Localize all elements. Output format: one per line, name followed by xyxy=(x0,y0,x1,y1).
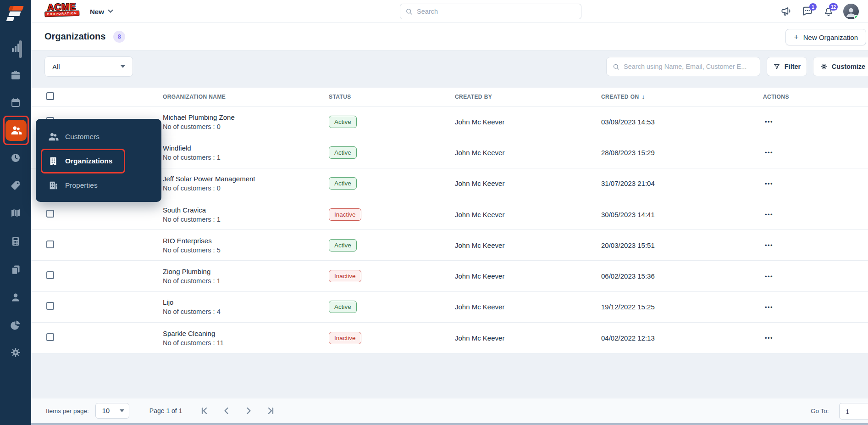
flyout-item-organizations[interactable]: Organizations xyxy=(36,149,161,173)
sidebar-item-customers[interactable] xyxy=(6,120,27,141)
table-row[interactable]: South CravicaNo of customers : 1 Inactiv… xyxy=(31,199,868,230)
chevron-down-icon xyxy=(108,8,113,13)
column-header-status: STATUS xyxy=(329,94,455,100)
last-page-button[interactable] xyxy=(265,406,276,416)
horizontal-scrollbar[interactable] xyxy=(31,423,868,425)
next-page-button[interactable] xyxy=(243,406,254,416)
sidebar-item-users[interactable] xyxy=(7,289,24,306)
search-icon xyxy=(405,7,413,16)
funnel-icon xyxy=(773,63,780,70)
row-checkbox[interactable] xyxy=(46,240,54,248)
global-search xyxy=(400,4,581,19)
search-icon xyxy=(612,63,620,71)
properties-building-icon xyxy=(48,180,58,190)
previous-page-button[interactable] xyxy=(221,406,232,416)
sidebar-item-map[interactable] xyxy=(7,205,24,221)
page-header: Organizations 8 + New Organization xyxy=(31,23,868,50)
row-checkbox[interactable] xyxy=(46,271,54,279)
customize-button[interactable]: Customize xyxy=(813,57,868,76)
table-row[interactable]: Sparkle CleaningNo of customers : 11 Ina… xyxy=(31,323,868,353)
status-badge: Inactive xyxy=(329,332,361,344)
sidebar-item-invoices[interactable] xyxy=(7,233,24,250)
record-count-badge: 8 xyxy=(113,31,125,43)
created-by: John Mc Keever xyxy=(455,149,601,157)
sidebar xyxy=(0,0,31,425)
customer-count: No of customers : 1 xyxy=(163,154,329,161)
sidebar-item-pricebook[interactable] xyxy=(7,177,24,194)
new-menu-label: New xyxy=(90,8,104,16)
status-badge: Inactive xyxy=(329,208,361,221)
gear-icon xyxy=(820,63,828,70)
table-row[interactable]: Ziong PlumbingNo of customers : 1 Inacti… xyxy=(31,261,868,291)
row-checkbox[interactable] xyxy=(46,302,54,310)
first-page-button[interactable] xyxy=(199,406,210,416)
scope-filter-dropdown[interactable]: All xyxy=(44,56,133,77)
scope-filter-value: All xyxy=(52,63,121,71)
filter-button[interactable]: Filter xyxy=(767,57,807,76)
organization-name: Michael Plumbing Zone xyxy=(163,113,329,121)
sidebar-item-timesheets[interactable] xyxy=(7,150,24,166)
table-search-input[interactable] xyxy=(624,63,754,70)
created-on: 19/12/2022 15:25 xyxy=(601,303,763,311)
top-bar: ACME CORPORATION New 1 12 xyxy=(31,0,868,23)
bar-chart-icon xyxy=(10,42,21,53)
row-actions-button[interactable]: ••• xyxy=(763,146,775,159)
caret-down-icon xyxy=(120,409,124,412)
sidebar-item-reports[interactable] xyxy=(7,317,24,333)
megaphone-icon xyxy=(780,6,792,17)
organization-name: RIO Enterprises xyxy=(163,237,329,245)
sidebar-item-documents[interactable] xyxy=(7,262,24,278)
organization-name: Sparkle Cleaning xyxy=(163,330,329,337)
new-organization-button[interactable]: + New Organization xyxy=(785,29,866,45)
sidebar-item-jobs[interactable] xyxy=(7,67,24,84)
customers-icon xyxy=(10,124,22,136)
flyout-item-customers[interactable]: Customers xyxy=(36,124,161,149)
global-search-input[interactable] xyxy=(417,8,576,15)
sidebar-item-analytics[interactable] xyxy=(7,39,24,56)
sidebar-item-settings[interactable] xyxy=(7,344,24,361)
chevron-left-icon xyxy=(222,406,231,415)
chat-badge: 1 xyxy=(809,3,817,11)
new-menu-button[interactable]: New xyxy=(90,0,112,23)
items-per-page-value: 10 xyxy=(102,407,120,414)
pagination-bar: Items per page: 10 Page 1 of 1 Go To: xyxy=(31,398,868,423)
created-by: John Mc Keever xyxy=(455,241,601,249)
row-actions-button[interactable]: ••• xyxy=(763,332,775,344)
row-actions-button[interactable]: ••• xyxy=(763,116,775,128)
notifications-button[interactable]: 12 xyxy=(822,5,835,18)
chat-button[interactable]: 1 xyxy=(801,5,814,18)
sidebar-item-scheduling[interactable] xyxy=(7,95,24,111)
customer-count: No of customers : 0 xyxy=(163,185,329,192)
items-per-page-dropdown[interactable]: 10 xyxy=(95,403,129,419)
flyout-item-properties[interactable]: Properties xyxy=(36,173,161,197)
content-area: All Filter Customize ORGANIZATION NAME S… xyxy=(31,50,868,425)
row-actions-button[interactable]: ••• xyxy=(763,301,775,313)
row-actions-button[interactable]: ••• xyxy=(763,239,775,252)
column-header-created-on[interactable]: CREATED ON↓ xyxy=(601,93,763,101)
created-by: John Mc Keever xyxy=(455,118,601,126)
column-header-created-by: CREATED BY xyxy=(455,94,601,100)
table-row[interactable]: RIO EnterprisesNo of customers : 5 Activ… xyxy=(31,230,868,261)
row-checkbox[interactable] xyxy=(46,333,54,341)
announcements-button[interactable] xyxy=(780,5,793,18)
row-actions-button[interactable]: ••• xyxy=(763,178,775,190)
row-actions-button[interactable]: ••• xyxy=(763,270,775,283)
table-row[interactable]: LijoNo of customers : 4 Active John Mc K… xyxy=(31,292,868,323)
status-badge: Active xyxy=(329,116,357,128)
row-actions-button[interactable]: ••• xyxy=(763,208,775,221)
created-on: 20/03/2023 15:51 xyxy=(601,241,763,249)
calculator-icon xyxy=(10,236,21,247)
briefcase-icon xyxy=(10,70,21,81)
user-avatar[interactable] xyxy=(843,4,859,19)
customer-count: No of customers : 11 xyxy=(163,339,329,347)
product-logo-icon xyxy=(5,4,26,24)
page-title: Organizations xyxy=(44,31,105,42)
documents-icon xyxy=(10,264,21,275)
status-badge: Active xyxy=(329,239,357,252)
gear-icon xyxy=(10,347,21,358)
created-on: 03/09/2023 14:53 xyxy=(601,118,763,126)
column-header-organization-name: ORGANIZATION NAME xyxy=(163,94,329,100)
goto-page-input[interactable] xyxy=(839,403,868,419)
select-all-checkbox[interactable] xyxy=(46,92,54,100)
row-checkbox[interactable] xyxy=(46,210,54,218)
